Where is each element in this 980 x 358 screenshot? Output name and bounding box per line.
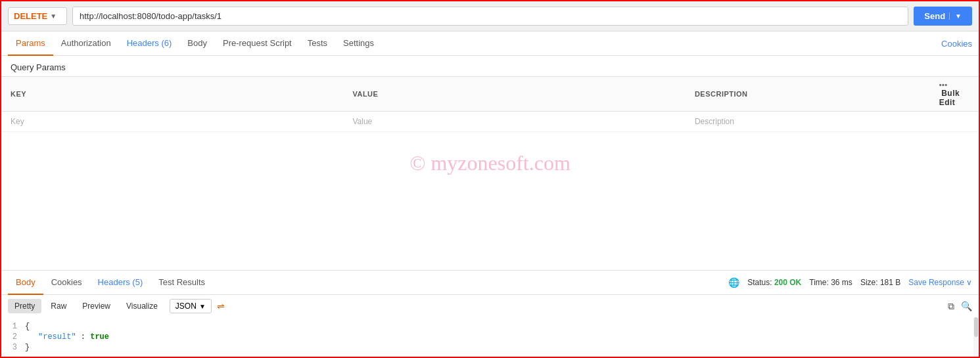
code-separator: : — [81, 332, 90, 342]
tab-tests[interactable]: Tests — [300, 32, 335, 56]
format-tab-visualize[interactable]: Visualize — [120, 299, 164, 313]
response-section: Body Cookies Headers (5) Test Results 🌐 … — [1, 270, 979, 357]
method-chevron-icon: ▼ — [50, 12, 57, 20]
status-label: Status: — [747, 278, 772, 287]
line-num-1: 1 — [1, 322, 25, 331]
row-actions-cell — [930, 112, 979, 132]
url-input[interactable] — [72, 7, 908, 26]
request-tabs: Params Authorization Headers (6) Body Pr… — [1, 32, 979, 56]
response-size: Size: 181 B — [860, 278, 900, 287]
key-cell[interactable]: Key — [1, 112, 343, 132]
globe-icon: 🌐 — [728, 277, 739, 288]
line-num-2: 2 — [1, 332, 25, 342]
format-type-dropdown[interactable]: JSON ▼ — [170, 299, 212, 313]
tab-settings[interactable]: Settings — [335, 32, 382, 56]
code-brace-open: { — [25, 322, 30, 331]
tab-response-cookies[interactable]: Cookies — [43, 271, 90, 295]
response-tabs-row: Body Cookies Headers (5) Test Results 🌐 … — [1, 271, 979, 295]
query-params-label: Query Params — [1, 56, 979, 76]
value-cell[interactable]: Value — [343, 112, 685, 132]
col-actions-header: ••• Bulk Edit — [930, 77, 979, 112]
col-desc-header: DESCRIPTION — [686, 77, 930, 112]
line-num-3: 3 — [1, 343, 25, 352]
code-value-true: true — [90, 332, 109, 342]
response-body-bar: Pretty Raw Preview Visualize JSON ▼ ⇌ ⧉ … — [1, 295, 979, 317]
description-cell[interactable]: Description — [686, 112, 930, 132]
tab-response-headers[interactable]: Headers (5) — [90, 271, 151, 295]
format-type-chevron-icon: ▼ — [199, 303, 206, 310]
tab-prerequest[interactable]: Pre-request Script — [215, 32, 300, 56]
code-key-result: "result" — [38, 332, 76, 342]
format-type-label: JSON — [175, 302, 197, 311]
copy-icon[interactable]: ⧉ — [948, 301, 954, 312]
cookies-link[interactable]: Cookies — [941, 39, 972, 49]
tab-params[interactable]: Params — [8, 32, 53, 56]
method-dropdown[interactable]: DELETE ▼ — [8, 7, 67, 25]
code-line-1: 1 { — [1, 321, 979, 332]
code-line-3: 3 } — [1, 342, 979, 353]
more-options-icon[interactable]: ••• — [939, 81, 948, 89]
filter-icon[interactable]: ⇌ — [217, 301, 225, 311]
save-response-chevron-icon: ∨ — [966, 278, 972, 287]
code-line-2: 2 "result" : true — [1, 332, 979, 342]
response-meta: 🌐 Status: 200 OK Time: 36 ms Size: 181 B… — [728, 277, 972, 288]
tab-authorization[interactable]: Authorization — [53, 32, 119, 56]
tab-body[interactable]: Body — [179, 32, 215, 56]
status-value: 200 OK — [774, 278, 801, 287]
scrollbar-thumb[interactable] — [974, 317, 978, 337]
response-time: Time: 36 ms — [809, 278, 852, 287]
search-icon[interactable]: 🔍 — [961, 301, 972, 311]
method-label: DELETE — [14, 11, 47, 21]
code-area: 1 { 2 "result" : true 3 } — [1, 317, 979, 357]
code-brace-close: } — [25, 343, 30, 352]
tab-headers[interactable]: Headers (6) — [119, 32, 180, 56]
response-status: Status: 200 OK — [747, 278, 801, 287]
params-table: KEY VALUE DESCRIPTION ••• Bulk Edit Key … — [1, 76, 979, 132]
format-tab-pretty[interactable]: Pretty — [8, 299, 41, 313]
send-label: Send — [924, 11, 945, 21]
send-button[interactable]: Send ▼ — [914, 7, 972, 26]
tab-response-body[interactable]: Body — [8, 271, 43, 295]
request-body-area: Query Params KEY VALUE DESCRIPTION ••• B… — [1, 56, 979, 270]
tab-response-test-results[interactable]: Test Results — [151, 271, 213, 295]
col-key-header: KEY — [1, 77, 343, 112]
top-bar: DELETE ▼ Send ▼ — [1, 1, 979, 32]
save-response-button[interactable]: Save Response ∨ — [908, 278, 972, 287]
format-tab-preview[interactable]: Preview — [76, 299, 117, 313]
bulk-edit-label[interactable]: Bulk Edit — [939, 89, 960, 107]
watermark: © myzonesoft.com — [409, 151, 571, 175]
table-row: Key Value Description — [1, 112, 979, 132]
send-chevron-icon[interactable]: ▼ — [949, 12, 962, 20]
scrollbar-track — [973, 317, 979, 357]
col-value-header: VALUE — [343, 77, 685, 112]
format-tab-raw[interactable]: Raw — [44, 299, 73, 313]
